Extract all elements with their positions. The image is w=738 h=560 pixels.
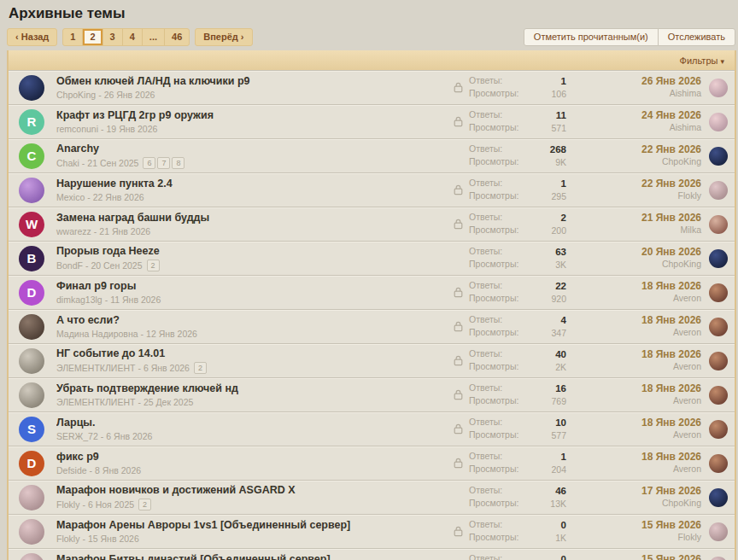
last-poster-name[interactable]: Aishima: [573, 122, 701, 134]
topic-author-link[interactable]: ChpoKing: [56, 90, 96, 100]
last-poster-avatar[interactable]: [709, 352, 728, 370]
topic-title-link[interactable]: Марафон новичков и достижений ASGARD X: [56, 484, 447, 498]
mark-read-button[interactable]: Отметить прочитанным(и): [524, 28, 659, 46]
last-post-date-link[interactable]: 18 Янв 2026: [573, 348, 701, 362]
topic-title-link[interactable]: Марафон Битвы династий [Объединенный сер…: [56, 553, 447, 560]
topic-author-link[interactable]: Defside: [56, 465, 87, 475]
topic-avatar[interactable]: C: [19, 143, 44, 169]
last-poster-avatar[interactable]: [709, 557, 728, 560]
topic-author-link[interactable]: ЭЛЕМЕНТКЛИЕНТ: [56, 397, 135, 407]
topic-title-link[interactable]: Крафт из РЦГД 2гр р9 оружия: [56, 109, 447, 123]
last-poster-avatar[interactable]: [709, 488, 728, 507]
last-post-date-link[interactable]: 15 Янв 2026: [573, 519, 701, 533]
last-post-date-link[interactable]: 18 Янв 2026: [573, 280, 701, 294]
topic-title-link[interactable]: Обмен ключей ЛА/НД на ключики р9: [56, 75, 447, 89]
pagination-page-3[interactable]: 3: [103, 29, 123, 45]
flokly-avatar[interactable]: [19, 553, 44, 560]
last-post-date-link[interactable]: 20 Янв 2026: [573, 246, 701, 260]
last-poster-avatar[interactable]: [709, 318, 728, 336]
mini-page-link[interactable]: 8: [172, 157, 184, 169]
last-post-date-link[interactable]: 26 Янв 2026: [573, 75, 701, 89]
topic-author-link[interactable]: BondF: [56, 260, 83, 271]
mini-page-link[interactable]: 6: [143, 157, 155, 169]
last-poster-avatar[interactable]: [709, 215, 728, 234]
last-poster-avatar[interactable]: [709, 420, 728, 439]
last-poster-name[interactable]: ChpoKing: [573, 156, 701, 168]
last-poster-name[interactable]: Flokly: [573, 532, 701, 544]
last-poster-avatar[interactable]: [709, 147, 728, 166]
flokly-avatar[interactable]: [19, 519, 44, 545]
topic-avatar[interactable]: B: [19, 246, 44, 271]
chpoking-avatar[interactable]: [19, 75, 44, 101]
last-poster-name[interactable]: Milka: [573, 225, 701, 236]
last-poster-name[interactable]: Aishima: [573, 88, 701, 100]
topic-title-link[interactable]: Anarchy: [56, 143, 447, 156]
topic-title-link[interactable]: Ларцы.: [56, 417, 447, 430]
pagination-back-button[interactable]: ‹ Назад: [7, 28, 57, 46]
last-poster-avatar[interactable]: [709, 454, 728, 473]
last-poster-name[interactable]: Averon: [573, 429, 701, 441]
mexico-avatar[interactable]: [19, 178, 44, 203]
topic-title-link[interactable]: Марафон Арены Авроры 1vs1 [Объединенный …: [56, 519, 447, 533]
topic-author-link[interactable]: Flokly: [56, 534, 79, 544]
last-poster-avatar[interactable]: [709, 249, 728, 268]
topic-author-link[interactable]: Мадина Надировна: [56, 329, 138, 339]
elementclient-avatar[interactable]: [19, 382, 44, 408]
mini-page-link[interactable]: 7: [157, 157, 170, 169]
last-poster-avatar[interactable]: [709, 79, 728, 97]
last-poster-name[interactable]: Averon: [573, 327, 701, 339]
pagination-page-46[interactable]: 46: [165, 29, 189, 45]
topic-title-link[interactable]: Финал р9 горы: [56, 280, 447, 294]
topic-title-link[interactable]: НГ событие до 14.01: [56, 347, 447, 361]
last-post-date-link[interactable]: 22 Янв 2026: [573, 178, 701, 191]
topic-title-link[interactable]: Убрать подтверждение ключей нд: [56, 382, 447, 396]
topic-avatar[interactable]: R: [19, 109, 44, 135]
topic-avatar[interactable]: D: [19, 451, 44, 476]
last-poster-avatar[interactable]: [709, 181, 728, 200]
topic-title-link[interactable]: Прорыв года Heeze: [56, 245, 447, 259]
topic-avatar[interactable]: S: [19, 417, 44, 442]
last-poster-name[interactable]: ChpoKing: [573, 259, 701, 271]
pagination-page-2[interactable]: 2: [83, 29, 102, 45]
last-poster-avatar[interactable]: [709, 113, 728, 131]
last-post-date-link[interactable]: 18 Янв 2026: [573, 382, 701, 396]
last-poster-name[interactable]: Averon: [573, 395, 701, 407]
mini-page-link[interactable]: 2: [194, 362, 207, 374]
follow-button[interactable]: Отслеживать: [658, 28, 735, 46]
topic-author-link[interactable]: Flokly: [56, 499, 79, 510]
last-post-date-link[interactable]: 18 Янв 2026: [573, 451, 701, 464]
topic-author-link[interactable]: SERЖ_72: [56, 431, 98, 441]
mini-page-link[interactable]: 2: [147, 260, 160, 271]
topic-avatar[interactable]: D: [19, 280, 44, 306]
topic-author-link[interactable]: ЭЛЕМЕНТКЛИЕНТ: [56, 363, 135, 373]
topic-avatar[interactable]: W: [19, 212, 44, 237]
last-poster-name[interactable]: Averon: [573, 464, 701, 475]
topic-author-link[interactable]: wwarezz: [56, 226, 91, 236]
pagination-page-4[interactable]: 4: [123, 29, 143, 45]
last-post-date-link[interactable]: 18 Янв 2026: [573, 417, 701, 430]
last-poster-name[interactable]: Averon: [573, 293, 701, 305]
last-post-date-link[interactable]: 15 Янв 2026: [573, 553, 701, 560]
last-post-date-link[interactable]: 18 Янв 2026: [573, 314, 701, 328]
topic-author-link[interactable]: Mexico: [56, 192, 85, 202]
last-poster-name[interactable]: Flokly: [573, 190, 701, 202]
pagination-forward-button[interactable]: Вперёд ›: [195, 28, 252, 46]
topic-title-link[interactable]: Замена наград башни будды: [56, 212, 447, 225]
madina-avatar[interactable]: [19, 314, 44, 340]
last-poster-avatar[interactable]: [709, 522, 728, 541]
topic-author-link[interactable]: remconuni: [56, 124, 98, 134]
last-post-date-link[interactable]: 17 Янв 2026: [573, 485, 701, 499]
filters-dropdown[interactable]: Фильтры ▾: [680, 55, 724, 66]
last-post-date-link[interactable]: 24 Янв 2026: [573, 109, 701, 123]
last-post-date-link[interactable]: 22 Янв 2026: [573, 143, 701, 157]
flokly-avatar[interactable]: [19, 485, 44, 510]
pagination-page-1[interactable]: 1: [63, 29, 83, 45]
last-poster-avatar[interactable]: [709, 283, 728, 302]
topic-author-link[interactable]: Chaki: [56, 158, 79, 168]
topic-author-link[interactable]: dimkag13lg: [56, 295, 102, 305]
last-post-date-link[interactable]: 21 Янв 2026: [573, 212, 701, 225]
last-poster-name[interactable]: ChpoKing: [573, 498, 701, 510]
last-poster-name[interactable]: Averon: [573, 361, 701, 373]
topic-title-link[interactable]: фикс р9: [56, 451, 447, 464]
topic-title-link[interactable]: Нарушение пункта 2.4: [56, 178, 447, 191]
